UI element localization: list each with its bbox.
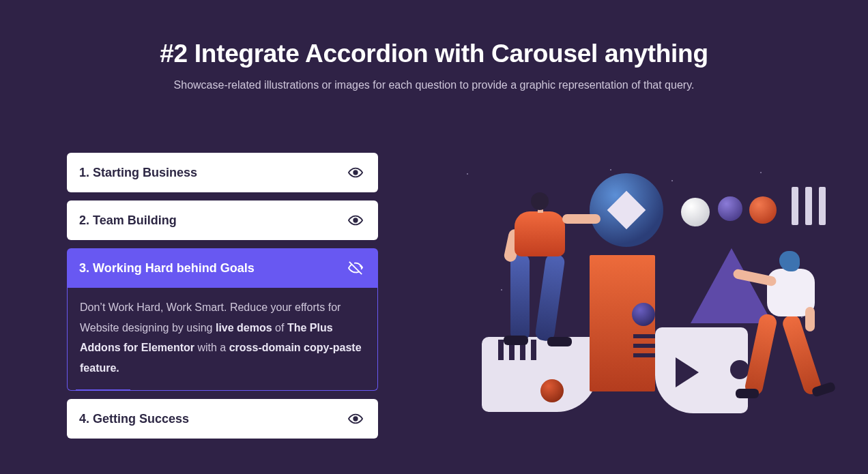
shape-circle-white — [681, 198, 710, 226]
eye-icon — [348, 411, 363, 426]
accordion-header-1[interactable]: 1. Starting Business — [67, 153, 378, 192]
shape-pillar-circle — [632, 303, 655, 326]
accordion-item-1: 1. Starting Business — [67, 153, 378, 192]
shape-triangle — [691, 248, 772, 323]
accordion-label: 3. Working Hard behind Goals — [79, 261, 255, 276]
progress-indicator — [76, 389, 130, 391]
shape-circle-orange — [749, 196, 777, 224]
shape-bars — [792, 187, 826, 225]
accordion-label: 1. Starting Business — [79, 166, 197, 180]
body-strong: live demos — [216, 322, 272, 334]
person-right-arm — [805, 307, 815, 331]
accordion-header-4[interactable]: 4. Getting Success — [67, 399, 378, 439]
shape-play — [676, 357, 699, 387]
person-left-leg — [510, 254, 530, 341]
person-left-foot — [547, 337, 572, 346]
svg-point-3 — [353, 417, 358, 421]
accordion-item-4: 4. Getting Success — [67, 399, 378, 439]
accordion-label: 2. Team Building — [79, 213, 177, 228]
illustration-stage — [460, 166, 815, 419]
person-right-leg — [781, 313, 823, 396]
person-left-arm — [562, 214, 601, 224]
page-title: #2 Integrate Accordion with Carousel any… — [0, 40, 868, 68]
accordion: 1. Starting Business 2. Team Building — [67, 153, 378, 439]
person-right-foot — [736, 389, 759, 398]
eye-icon — [348, 213, 363, 228]
svg-point-1 — [353, 218, 358, 222]
page-subtitle: Showcase-related illustrations or images… — [0, 79, 868, 91]
person-right-leg — [744, 313, 778, 397]
accordion-item-2: 2. Team Building — [67, 201, 378, 240]
accordion-item-3: 3. Working Hard behind Goals Don’t Work … — [67, 248, 378, 391]
person-left-torso — [515, 211, 565, 256]
accordion-label: 4. Getting Success — [79, 412, 189, 426]
eye-icon — [348, 165, 363, 180]
person-left-leg — [534, 253, 566, 342]
carousel-illustration — [433, 153, 827, 426]
body-text: with a — [197, 342, 229, 353]
eye-off-icon — [348, 261, 363, 276]
svg-point-0 — [353, 171, 358, 175]
accordion-header-3[interactable]: 3. Working Hard behind Goals — [67, 248, 378, 288]
person-left-head — [531, 192, 549, 210]
accordion-header-2[interactable]: 2. Team Building — [67, 201, 378, 240]
accordion-body-3: Don’t Work Hard, Work Smart. Reduce your… — [67, 288, 378, 391]
shape-circle-violet — [718, 196, 742, 221]
person-right-head — [779, 251, 800, 271]
body-text: of — [275, 322, 287, 334]
person-left-foot — [504, 336, 528, 345]
shape-console-ball — [540, 379, 564, 402]
